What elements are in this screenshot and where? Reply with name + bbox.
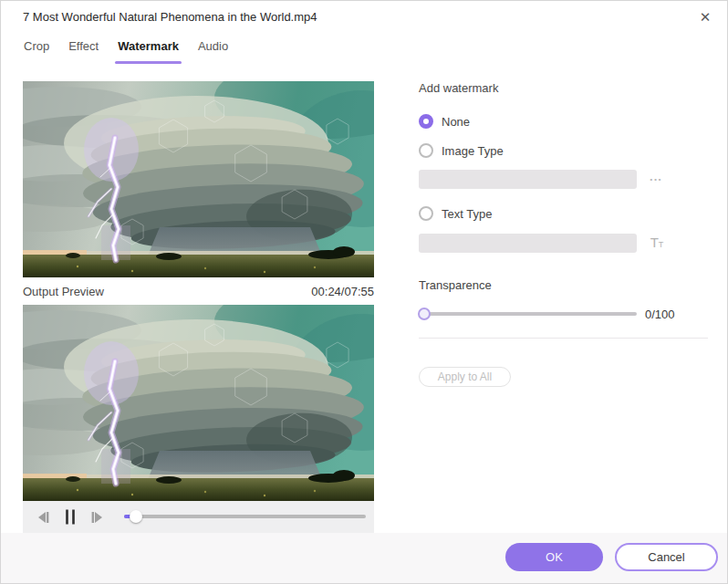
seek-slider-thumb[interactable] <box>130 510 142 523</box>
playback-controls <box>23 501 374 533</box>
radio-none-circle[interactable] <box>419 114 433 129</box>
watermark-settings-panel: Add watermark None Image Type ... Text T… <box>419 81 708 464</box>
previous-frame-icon <box>36 510 50 525</box>
preview-panel: Output Preview 00:24/07:55 <box>23 81 374 533</box>
ok-button[interactable]: OK <box>505 543 603 571</box>
original-preview <box>23 81 374 277</box>
add-watermark-title: Add watermark <box>419 81 498 95</box>
apply-to-all-button[interactable]: Apply to All <box>419 367 511 387</box>
previous-frame-button[interactable] <box>36 509 50 525</box>
next-frame-button[interactable] <box>90 509 105 525</box>
title-bar: 7 Most Wonderful Natural Phenomena in th… <box>1 1 727 34</box>
preview-meta-row: Output Preview 00:24/07:55 <box>23 277 374 305</box>
font-settings-button[interactable]: TT <box>646 233 668 255</box>
output-preview-label: Output Preview <box>23 285 104 298</box>
tab-bar: Crop Effect Watermark Audio <box>23 37 229 64</box>
tab-watermark-label: Watermark <box>118 39 179 53</box>
active-tab-indicator <box>115 61 182 64</box>
next-frame-icon <box>90 510 105 525</box>
transparence-slider-thumb[interactable] <box>418 308 431 320</box>
radio-text-type-circle[interactable] <box>419 206 433 221</box>
transparence-value: 0/100 <box>645 308 675 321</box>
dialog-title: 7 Most Wonderful Natural Phenomena in th… <box>23 10 317 24</box>
tab-crop[interactable]: Crop <box>23 37 50 64</box>
tab-effect[interactable]: Effect <box>68 37 99 64</box>
transparence-slider[interactable] <box>419 312 637 316</box>
radio-image-type[interactable]: Image Type <box>419 143 504 158</box>
output-preview <box>23 305 374 501</box>
pause-button[interactable] <box>63 509 78 525</box>
radio-text-type[interactable]: Text Type <box>419 206 492 221</box>
section-divider <box>419 338 708 339</box>
radio-none[interactable]: None <box>419 114 470 129</box>
pause-icon <box>63 509 78 525</box>
radio-text-type-label: Text Type <box>442 207 492 221</box>
image-path-input[interactable] <box>419 170 637 189</box>
browse-button[interactable]: ... <box>644 166 668 188</box>
tab-audio[interactable]: Audio <box>197 37 229 64</box>
playback-timestamp: 00:24/07:55 <box>311 285 374 298</box>
tab-watermark[interactable]: Watermark <box>117 37 180 64</box>
dialog-footer: OK Cancel <box>1 533 728 584</box>
cancel-button[interactable]: Cancel <box>615 543 718 571</box>
transparence-label: Transparence <box>419 278 492 292</box>
radio-image-type-label: Image Type <box>442 144 504 158</box>
radio-none-label: None <box>442 115 470 129</box>
radio-image-type-circle[interactable] <box>419 143 433 158</box>
watermark-dialog: 7 Most Wonderful Natural Phenomena in th… <box>0 0 728 584</box>
font-icon: T <box>650 235 659 250</box>
watermark-text-input[interactable] <box>419 234 637 253</box>
seek-slider[interactable] <box>124 515 366 518</box>
storm-image <box>23 305 374 501</box>
storm-image <box>23 81 374 277</box>
close-icon[interactable]: ✕ <box>696 8 714 26</box>
